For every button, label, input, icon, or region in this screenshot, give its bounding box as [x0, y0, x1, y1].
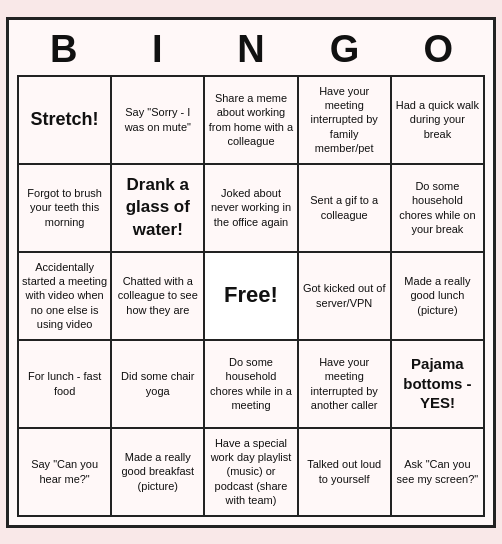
bingo-cell-15[interactable]: For lunch - fast food: [19, 341, 112, 429]
bingo-cell-1[interactable]: Say "Sorry - I was on mute": [112, 77, 205, 165]
bingo-cell-19[interactable]: Pajama bottoms - YES!: [392, 341, 485, 429]
bingo-cell-4[interactable]: Had a quick walk during your break: [392, 77, 485, 165]
bingo-cell-13[interactable]: Got kicked out of server/VPN: [299, 253, 392, 341]
bingo-cell-5[interactable]: Forgot to brush your teeth this morning: [19, 165, 112, 253]
bingo-header: BINGO: [17, 28, 485, 71]
bingo-cell-2[interactable]: Share a meme about working from home wit…: [205, 77, 298, 165]
bingo-cell-21[interactable]: Made a really good breakfast (picture): [112, 429, 205, 517]
bingo-cell-9[interactable]: Do some household chores while on your b…: [392, 165, 485, 253]
bingo-cell-8[interactable]: Sent a gif to a colleague: [299, 165, 392, 253]
bingo-cell-16[interactable]: Did some chair yoga: [112, 341, 205, 429]
bingo-cell-0[interactable]: Stretch!: [19, 77, 112, 165]
bingo-card: BINGO Stretch!Say "Sorry - I was on mute…: [6, 17, 496, 528]
bingo-letter-n: N: [207, 28, 295, 71]
bingo-cell-22[interactable]: Have a special work day playlist (music)…: [205, 429, 298, 517]
bingo-cell-11[interactable]: Chatted with a colleague to see how they…: [112, 253, 205, 341]
bingo-letter-b: B: [20, 28, 108, 71]
bingo-letter-g: G: [301, 28, 389, 71]
bingo-cell-7[interactable]: Joked about never working in the office …: [205, 165, 298, 253]
bingo-cell-10[interactable]: Accidentally started a meeting with vide…: [19, 253, 112, 341]
bingo-cell-17[interactable]: Do some household chores while in a meet…: [205, 341, 298, 429]
bingo-letter-o: O: [394, 28, 482, 71]
bingo-cell-12[interactable]: Free!: [205, 253, 298, 341]
bingo-cell-14[interactable]: Made a really good lunch (picture): [392, 253, 485, 341]
bingo-cell-18[interactable]: Have your meeting interrupted by another…: [299, 341, 392, 429]
bingo-cell-3[interactable]: Have your meeting interrupted by family …: [299, 77, 392, 165]
bingo-grid: Stretch!Say "Sorry - I was on mute"Share…: [17, 75, 485, 517]
bingo-letter-i: I: [113, 28, 201, 71]
bingo-cell-20[interactable]: Say "Can you hear me?": [19, 429, 112, 517]
bingo-cell-6[interactable]: Drank a glass of water!: [112, 165, 205, 253]
bingo-cell-24[interactable]: Ask "Can you see my screen?": [392, 429, 485, 517]
bingo-cell-23[interactable]: Talked out loud to yourself: [299, 429, 392, 517]
